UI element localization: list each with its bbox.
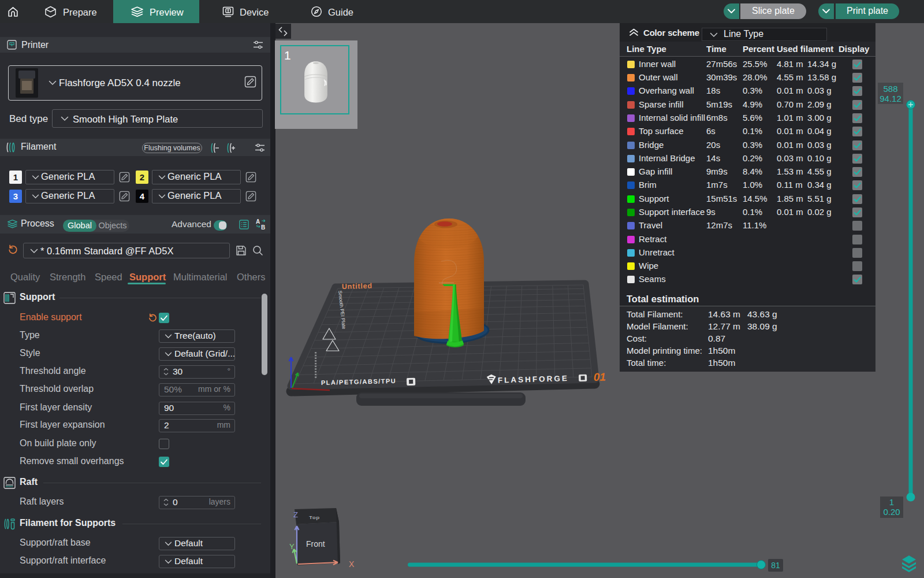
svg-text:94.12: 94.12: [880, 94, 901, 103]
svg-text:81: 81: [771, 561, 780, 570]
svg-text:0.20: 0.20: [883, 507, 900, 517]
svg-text:Z: Z: [293, 510, 298, 519]
svg-text:588: 588: [883, 84, 897, 94]
svg-text:X: X: [349, 560, 355, 569]
svg-text:1: 1: [889, 497, 894, 507]
svg-text:Front: Front: [306, 539, 325, 549]
svg-text:Untitled: Untitled: [342, 282, 372, 291]
svg-text:01: 01: [593, 370, 606, 383]
svg-text:Top: Top: [309, 515, 320, 520]
